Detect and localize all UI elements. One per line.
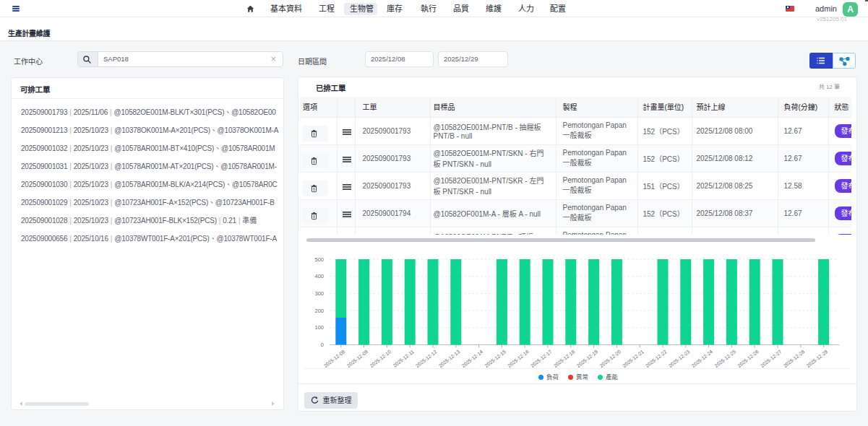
svg-text:200: 200 (314, 308, 324, 314)
svg-text:100: 100 (314, 324, 324, 331)
svg-text:2025-12-14: 2025-12-14 (460, 349, 484, 368)
svg-text:2025-12-22: 2025-12-22 (644, 349, 667, 368)
svg-text:2025-12-12: 2025-12-12 (414, 349, 437, 368)
svg-text:300: 300 (314, 290, 324, 297)
svg-text:2025-12-28: 2025-12-28 (782, 349, 805, 368)
svg-text:2025-12-13: 2025-12-13 (437, 349, 460, 368)
svg-text:0: 0 (320, 342, 323, 348)
svg-text:2025-12-25: 2025-12-25 (713, 349, 736, 368)
svg-text:400: 400 (314, 273, 324, 279)
svg-text:2025-12-08: 2025-12-08 (322, 349, 345, 368)
svg-text:2025-12-23: 2025-12-23 (667, 349, 690, 368)
svg-text:2025-12-15: 2025-12-15 (484, 349, 507, 368)
svg-text:2025-12-18: 2025-12-18 (552, 349, 575, 368)
svg-text:2025-12-20: 2025-12-20 (598, 349, 622, 368)
svg-text:2025-12-17: 2025-12-17 (529, 349, 552, 368)
svg-text:2025-12-21: 2025-12-21 (622, 349, 645, 368)
svg-text:500: 500 (314, 256, 324, 263)
svg-text:2025-12-10: 2025-12-10 (369, 349, 392, 368)
svg-text:2025-12-16: 2025-12-16 (507, 349, 530, 368)
svg-text:2025-12-24: 2025-12-24 (690, 349, 713, 368)
svg-text:2025-12-26: 2025-12-26 (736, 349, 760, 368)
svg-text:2025-12-11: 2025-12-11 (392, 349, 414, 368)
svg-text:2025-12-09: 2025-12-09 (345, 349, 369, 368)
svg-text:2025-12-29: 2025-12-29 (805, 349, 828, 368)
svg-text:2025-12-19: 2025-12-19 (575, 349, 598, 368)
svg-text:2025-12-27: 2025-12-27 (759, 349, 782, 368)
